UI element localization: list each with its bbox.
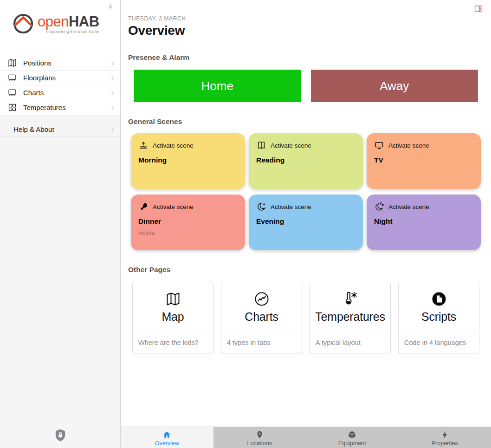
header-date: TUESDAY, 2 MARCH (128, 15, 484, 22)
sidebar-item-temperatures[interactable]: Temperatures (0, 100, 120, 115)
bottom-tab-bar: Overview Locations Equipment Properties (121, 427, 491, 448)
scene-card-reading[interactable]: Activate scene Reading (249, 133, 363, 189)
tv-icon (374, 140, 384, 150)
scene-card-tv[interactable]: Activate scene TV (367, 133, 481, 189)
moon-stars-icon (256, 201, 266, 212)
sidebar-item-charts[interactable]: Charts (0, 85, 120, 100)
scene-action-label: Activate scene (271, 142, 311, 149)
scene-action-label: Activate scene (271, 203, 311, 210)
page-card-title: Map (162, 310, 184, 324)
doc-circle-icon (431, 291, 447, 307)
shield-lock-icon (53, 428, 68, 443)
tab-label: Properties (432, 440, 458, 447)
map-icon (165, 291, 181, 307)
map-icon (7, 58, 17, 68)
presence-button-row: Home Away (134, 70, 478, 102)
scene-card-dinner[interactable]: Activate scene Dinner Active (131, 195, 245, 250)
tab-overview[interactable]: Overview (121, 427, 213, 448)
scene-grid: Activate scene Morning Activate scene Re… (131, 133, 481, 250)
scene-card-morning[interactable]: Activate scene Morning (131, 133, 245, 189)
chevron-right-icon (110, 126, 116, 132)
scene-name: Dinner (138, 217, 238, 226)
main-area: TUESDAY, 2 MARCH Overview Presence & Ala… (121, 0, 491, 448)
page-card-scripts[interactable]: Scripts Code in 4 languages (399, 282, 479, 353)
page-card-subtitle: A typical layout (310, 332, 390, 353)
page-content: TUESDAY, 2 MARCH Overview Presence & Ala… (121, 0, 491, 427)
display-icon (7, 73, 17, 83)
logo-block: openHAB empowering the smart home (0, 0, 120, 55)
sidebar-item-floorplans[interactable]: Floorplans (0, 70, 120, 85)
page-card-charts[interactable]: Charts 4 types in tabs (221, 282, 302, 353)
sidebar-item-label: Charts (23, 89, 110, 97)
tab-equipment[interactable]: Equipment (306, 427, 399, 448)
scene-name: Night (374, 217, 473, 226)
tab-label: Locations (247, 440, 272, 447)
scene-action-label: Activate scene (153, 203, 194, 210)
tab-properties[interactable]: Properties (399, 427, 491, 448)
chart-circle-icon (253, 291, 270, 307)
page-title: Overview (128, 23, 484, 38)
bolt-icon (440, 430, 450, 440)
sidebar-item-label: Floorplans (23, 74, 110, 82)
logo-text: openHAB empowering the smart home (38, 14, 99, 34)
drumstick-icon (138, 201, 149, 212)
page-card-map[interactable]: Map Where are the kids? (133, 282, 213, 353)
scene-name: Morning (138, 156, 238, 164)
sidebar-item-label: Temperatures (23, 104, 110, 111)
grid-icon (7, 103, 17, 112)
openhab-logo: openHAB empowering the smart home (0, 0, 120, 36)
section-title-presence: Presence & Alarm (128, 53, 484, 62)
brand-name: openHAB (38, 13, 99, 30)
section-title-scenes: General Scenes (128, 117, 484, 126)
page-card-title: Scripts (421, 310, 456, 324)
admin-lock[interactable] (0, 428, 120, 443)
home-button[interactable]: Home (134, 70, 301, 102)
chevron-right-icon (110, 60, 116, 66)
pages-grid: Map Where are the kids? Charts 4 types i… (133, 282, 479, 353)
open-book-icon (256, 140, 266, 150)
sidebar-item-positions[interactable]: Positions (0, 55, 120, 70)
scene-status: Active (138, 229, 238, 236)
brand-tagline: empowering the smart home (38, 29, 99, 34)
scene-name: Evening (256, 217, 355, 226)
right-panel-toggle-icon[interactable] (474, 4, 483, 12)
cube-box-icon (347, 430, 357, 440)
page-card-title: Charts (245, 310, 278, 324)
scene-action-label: Activate scene (153, 142, 194, 149)
away-button[interactable]: Away (311, 70, 478, 102)
scene-name: Reading (256, 156, 355, 164)
display-icon (7, 88, 17, 97)
location-pin-icon (255, 430, 265, 440)
tab-label: Overview (155, 440, 179, 447)
sidebar-item-help-about[interactable]: ? Help & About (0, 122, 120, 137)
chevron-right-icon (110, 90, 116, 96)
openhab-app: openHAB empowering the smart home Positi… (0, 0, 491, 448)
chevron-right-icon (110, 75, 116, 81)
section-title-other-pages: Other Pages (128, 266, 484, 274)
sidebar-item-label: Help & About (13, 125, 110, 133)
home-icon (162, 430, 172, 440)
scene-action-label: Activate scene (388, 203, 429, 210)
scene-action-label: Activate scene (388, 142, 429, 149)
sunrise-icon (138, 140, 149, 150)
sidebar-menu: Positions Floorplans Charts (0, 55, 120, 115)
sidebar-item-label: Positions (23, 59, 110, 67)
pin-sidebar-icon[interactable] (106, 3, 115, 13)
tab-locations[interactable]: Locations (213, 427, 306, 448)
page-card-subtitle: Code in 4 languages (399, 332, 479, 353)
tab-label: Equipment (338, 440, 366, 447)
scene-card-evening[interactable]: Activate scene Evening (249, 195, 363, 250)
scene-name: TV (374, 156, 473, 164)
page-card-subtitle: 4 types in tabs (221, 332, 302, 353)
page-card-title: Temperatures (315, 310, 385, 324)
chevron-right-icon (110, 104, 116, 110)
scene-card-night[interactable]: Activate scene Night (367, 195, 481, 250)
page-card-subtitle: Where are the kids? (133, 332, 213, 353)
thermometer-snowflake-icon (342, 291, 359, 307)
openhab-logo-icon (12, 12, 34, 36)
page-card-temperatures[interactable]: Temperatures A typical layout (310, 282, 390, 353)
moon-zzz-icon (374, 201, 384, 212)
sidebar: openHAB empowering the smart home Positi… (0, 0, 121, 448)
